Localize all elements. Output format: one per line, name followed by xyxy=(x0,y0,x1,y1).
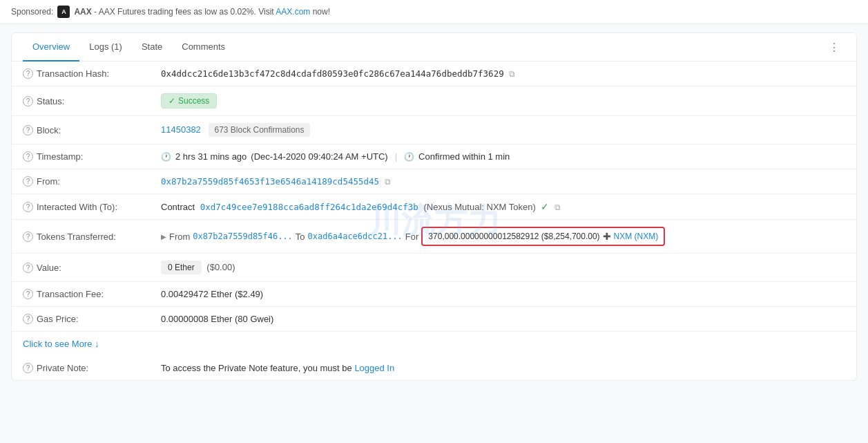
timestamp-date: (Dec-14-2020 09:40:24 AM +UTC) xyxy=(251,151,387,162)
contract-address-link[interactable]: 0xd7c49cee7e9188cca6ad8ff264c1da2e69d4cf… xyxy=(200,202,418,212)
private-note-table: ? Private Note: To access the Private No… xyxy=(12,356,856,380)
triangle-icon: ▶ xyxy=(161,233,166,241)
tab-logs[interactable]: Logs (1) xyxy=(79,33,132,62)
value-label: Value: xyxy=(37,263,61,273)
plus-icon: ✚ xyxy=(603,231,611,242)
click-more-link[interactable]: Click to see More ↓ xyxy=(23,339,99,349)
help-icon-to[interactable]: ? xyxy=(23,202,33,212)
from-address-link[interactable]: 0x87b2a7559d85f4653f13e6546a14189cd5455d… xyxy=(161,176,379,187)
note-text: To access the Private Note feature, you … xyxy=(161,363,354,373)
help-icon-fee[interactable]: ? xyxy=(23,289,33,299)
block-number-link[interactable]: 11450382 xyxy=(161,124,201,135)
timestamp-confirmed: Confirmed within 1 min xyxy=(418,151,510,162)
confirm-clock-icon: 🕐 xyxy=(404,152,414,162)
value-badge: 0 Ether xyxy=(161,261,202,274)
tokens-label: Tokens Transferred: xyxy=(37,232,116,242)
to-label: Interacted With (To): xyxy=(37,202,117,212)
separator: | xyxy=(395,151,397,162)
gas-value: 0.00000008 Ether (80 Gwei) xyxy=(161,314,273,324)
verified-icon: ✓ xyxy=(541,201,549,212)
row-status: ? Status: ✓ Success xyxy=(12,86,856,116)
clock-icon: 🕐 xyxy=(161,152,171,162)
tab-state[interactable]: State xyxy=(132,33,172,62)
note-label: Private Note: xyxy=(37,363,88,373)
row-tokens-transferred: ? Tokens Transferred: ▶ From 0x87b2a7559… xyxy=(12,220,856,254)
token-transfer-box: 370,000.00000000012582912 ($8,254,700.00… xyxy=(421,227,665,246)
timestamp-label: Timestamp: xyxy=(37,151,83,162)
sponsor-logo: A xyxy=(57,6,70,18)
help-icon-tx[interactable]: ? xyxy=(23,68,33,79)
copy-from-icon[interactable]: ⧉ xyxy=(385,177,391,187)
help-icon-gas[interactable]: ? xyxy=(23,314,33,324)
row-transaction-hash: ? Transaction Hash: 0x4ddcc21c6de13b3cf4… xyxy=(12,62,856,86)
click-more-row: Click to see More ↓ xyxy=(12,331,856,356)
tab-comments[interactable]: Comments xyxy=(172,33,235,62)
help-icon-tokens[interactable]: ? xyxy=(23,232,33,242)
contract-prefix: Contract xyxy=(161,202,195,212)
sponsor-link[interactable]: AAX.com xyxy=(276,7,310,17)
main-card: Overview Logs (1) State Comments ⋮ 川流方力 … xyxy=(11,32,857,381)
contract-name: (Nexus Mutual: NXM Token) xyxy=(423,202,535,212)
from-label: From: xyxy=(37,176,60,187)
sponsored-label: Sponsored: xyxy=(11,7,53,17)
value-usd: ($0.00) xyxy=(206,262,235,272)
check-icon: ✓ xyxy=(168,96,175,106)
transaction-details: 川流方力 ? Transaction Hash: 0x4ddcc21c6de13… xyxy=(12,62,856,380)
nxm-token-link[interactable]: NXM (NXM) xyxy=(614,232,659,241)
tx-hash-value: 0x4ddcc21c6de13b3cf472c8d4cdafd80593e0fc… xyxy=(161,68,504,79)
to-text: To xyxy=(296,232,305,242)
tx-hash-label: Transaction Hash: xyxy=(37,68,109,79)
copy-contract-icon[interactable]: ⧉ xyxy=(554,202,561,212)
row-timestamp: ? Timestamp: 🕐 2 hrs 31 mins ago (Dec-14… xyxy=(12,144,856,169)
row-from: ? From: 0x87b2a7559d85f4653f13e6546a1418… xyxy=(12,169,856,194)
more-options-icon[interactable]: ⋮ xyxy=(823,35,845,59)
row-private-note: ? Private Note: To access the Private No… xyxy=(12,356,856,380)
row-value: ? Value: 0 Ether ($0.00) xyxy=(12,254,856,282)
help-icon-status[interactable]: ? xyxy=(23,96,33,106)
tabs-container: Overview Logs (1) State Comments ⋮ xyxy=(12,33,856,62)
tx-table: ? Transaction Hash: 0x4ddcc21c6de13b3cf4… xyxy=(12,62,856,331)
row-transaction-fee: ? Transaction Fee: 0.00429472 Ether ($2.… xyxy=(12,282,856,307)
help-icon-timestamp[interactable]: ? xyxy=(23,151,33,162)
help-icon-note[interactable]: ? xyxy=(23,363,33,373)
token-amount: 370,000.00000000012582912 ($8,254,700.00… xyxy=(428,232,599,241)
tab-overview[interactable]: Overview xyxy=(23,33,79,62)
fee-label: Transaction Fee: xyxy=(37,289,104,299)
from-token-address[interactable]: 0x87b2a7559d85f46... xyxy=(193,232,293,241)
confirmations-badge: 673 Block Confirmations xyxy=(209,123,309,137)
sponsored-bar: Sponsored: A AAX - AAX Futures trading f… xyxy=(0,0,868,24)
status-label: Status: xyxy=(37,96,64,106)
timestamp-ago: 2 hrs 31 mins ago xyxy=(175,151,247,162)
for-text: For xyxy=(405,232,419,242)
copy-icon[interactable]: ⧉ xyxy=(509,69,515,79)
timestamp-cell: 🕐 2 hrs 31 mins ago (Dec-14-2020 09:40:2… xyxy=(161,151,845,162)
status-badge: ✓ Success xyxy=(161,93,217,109)
gas-label: Gas Price: xyxy=(37,314,79,324)
row-gas-price: ? Gas Price: 0.00000008 Ether (80 Gwei) xyxy=(12,307,856,332)
help-icon-block[interactable]: ? xyxy=(23,125,33,135)
sponsor-brand: AAX - AAX Futures trading fees as low as… xyxy=(74,7,330,17)
row-block: ? Block: 11450382 673 Block Confirmation… xyxy=(12,116,856,144)
fee-value: 0.00429472 Ether ($2.49) xyxy=(161,289,263,299)
arrow-down-icon: ↓ xyxy=(95,339,99,349)
row-interacted-with: ? Interacted With (To): Contract 0xd7c49… xyxy=(12,194,856,220)
to-token-address[interactable]: 0xad6a4ace6dcc21... xyxy=(308,232,403,241)
help-icon-from[interactable]: ? xyxy=(23,176,33,187)
from-text: From xyxy=(169,232,190,242)
block-label: Block: xyxy=(37,125,61,135)
login-link[interactable]: Logged In xyxy=(354,363,394,373)
help-icon-value[interactable]: ? xyxy=(23,263,33,273)
